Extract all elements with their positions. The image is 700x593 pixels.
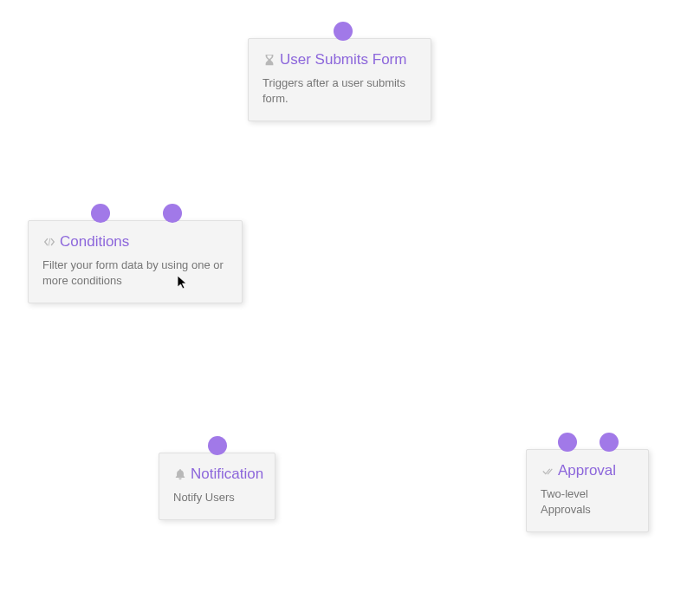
workflow-node-trigger[interactable]: User Submits Form Triggers after a user … bbox=[248, 38, 431, 121]
port-top-left[interactable] bbox=[91, 204, 110, 223]
node-title: Notification bbox=[191, 466, 263, 483]
check-icon bbox=[541, 464, 554, 478]
port-top-right[interactable] bbox=[600, 433, 619, 452]
node-title: Approval bbox=[558, 462, 616, 479]
node-header: User Submits Form bbox=[262, 51, 417, 68]
port-top[interactable] bbox=[208, 436, 227, 455]
workflow-node-approval[interactable]: Approval Two-level Approvals bbox=[526, 449, 649, 532]
node-description: Two-level Approvals bbox=[541, 486, 634, 518]
port-top-left[interactable] bbox=[558, 433, 577, 452]
node-header: Approval bbox=[541, 462, 634, 479]
port-top-right[interactable] bbox=[163, 204, 182, 223]
node-description: Triggers after a user submits form. bbox=[262, 75, 417, 107]
node-description: Filter your form data by using one or mo… bbox=[42, 257, 228, 289]
hourglass-icon bbox=[262, 53, 276, 67]
port-top[interactable] bbox=[334, 22, 353, 41]
node-title: Conditions bbox=[60, 233, 129, 251]
workflow-node-conditions[interactable]: Conditions Filter your form data by usin… bbox=[28, 220, 243, 303]
code-icon bbox=[42, 235, 56, 249]
node-header: Conditions bbox=[42, 233, 228, 251]
bell-icon bbox=[173, 467, 187, 481]
workflow-node-notification[interactable]: Notification Notify Users bbox=[159, 453, 275, 520]
node-header: Notification bbox=[173, 466, 261, 483]
node-title: User Submits Form bbox=[280, 51, 406, 68]
node-description: Notify Users bbox=[173, 490, 261, 505]
